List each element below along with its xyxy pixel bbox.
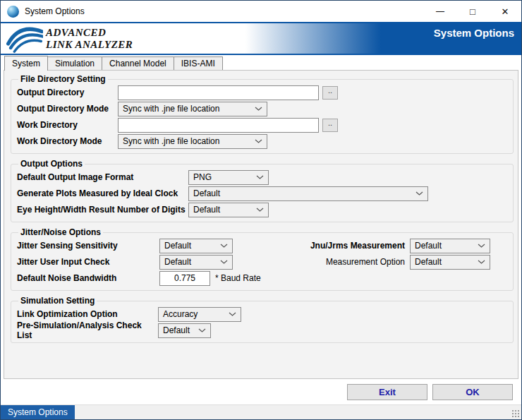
- chevron-down-icon: [251, 208, 268, 212]
- pre-sim-checklist-label: Pre-Simulation/Analysis Check List: [17, 320, 158, 340]
- jnu-jrms-label: Jnu/Jrms Measurement: [274, 241, 410, 251]
- minimize-button[interactable]: —: [424, 1, 456, 22]
- work-directory-mode-row: Work Directory Mode Sync with .jne file …: [17, 133, 507, 149]
- jitter-sensing-select[interactable]: Default: [159, 239, 233, 253]
- image-format-row: Default Output Image Format PNG: [17, 169, 507, 185]
- noise-bandwidth-input[interactable]: [159, 271, 210, 286]
- advanced-link-analyzer-logo: ADVANCED LINK ANALYZER: [6, 24, 133, 54]
- measurement-option-label: Measurement Option: [274, 257, 410, 267]
- output-directory-input[interactable]: [118, 85, 319, 100]
- chevron-down-icon: [473, 260, 490, 264]
- image-format-select[interactable]: PNG: [188, 170, 269, 185]
- file-directory-setting-group: File Directory Setting Output Directory …: [11, 74, 514, 154]
- link-optimization-select[interactable]: Accuracy: [158, 307, 241, 322]
- ideal-clock-plots-select[interactable]: Default: [188, 186, 428, 201]
- group-title: Jitter/Noise Options: [18, 227, 103, 237]
- window-title: System Options: [25, 6, 85, 16]
- chevron-down-icon: [250, 139, 267, 143]
- work-directory-input[interactable]: [118, 118, 319, 133]
- output-directory-mode-select[interactable]: Sync with .jne file location: [118, 102, 267, 116]
- system-tab-page: File Directory Setting Output Directory …: [4, 70, 518, 379]
- output-directory-mode-row: Output Directory Mode Sync with .jne fil…: [17, 101, 507, 116]
- selected-value: Default: [164, 257, 191, 267]
- tab-simulation[interactable]: Simulation: [47, 56, 102, 70]
- window-controls: — □ ✕: [424, 1, 521, 22]
- jitter-noise-options-group: Jitter/Noise Options Jitter Sensing Sens…: [11, 227, 514, 291]
- work-directory-mode-label: Work Directory Mode: [17, 136, 118, 146]
- jitter-user-input-row: Jitter User Input Check Default Measurem…: [17, 254, 507, 270]
- group-title: Simulation Setting: [18, 296, 97, 306]
- selected-value: Sync with .jne file location: [123, 104, 219, 114]
- noise-bandwidth-label: Default Noise Bandwidth: [17, 273, 159, 283]
- selected-value: Default: [193, 205, 220, 215]
- status-label: System Options: [1, 405, 75, 419]
- tab-channel-model[interactable]: Channel Model: [102, 56, 174, 70]
- ideal-clock-plots-row: Generate Plots Measured by Ideal Clock D…: [17, 186, 507, 201]
- chevron-down-icon: [251, 175, 268, 179]
- logo-line1: ADVANCED: [46, 27, 133, 38]
- work-directory-mode-select[interactable]: Sync with .jne file location: [118, 134, 267, 149]
- work-directory-label: Work Directory: [17, 120, 118, 130]
- output-directory-mode-label: Output Directory Mode: [17, 104, 118, 114]
- group-title: File Directory Setting: [18, 74, 108, 84]
- link-optimization-label: Link Optimization Option: [17, 309, 158, 319]
- exit-button[interactable]: Exit: [347, 384, 427, 400]
- header-banner: ADVANCED LINK ANALYZER System Options: [1, 22, 521, 55]
- tab-system[interactable]: System: [4, 56, 48, 71]
- maximize-button[interactable]: □: [456, 1, 489, 22]
- jitter-user-input-label: Jitter User Input Check: [17, 257, 159, 267]
- measurement-option-pair: Measurement Option Default: [274, 255, 490, 270]
- noise-bandwidth-row: Default Noise Bandwidth * Baud Rate: [17, 270, 507, 286]
- selected-value: Sync with .jne file location: [123, 136, 219, 146]
- pre-sim-checklist-row: Pre-Simulation/Analysis Check List Defau…: [17, 323, 507, 338]
- output-options-group: Output Options Default Output Image Form…: [11, 159, 514, 222]
- jitter-sensing-row: Jitter Sensing Sensitivity Default Jnu/J…: [17, 238, 507, 253]
- group-title: Output Options: [18, 159, 85, 169]
- jitter-user-input-select[interactable]: Default: [159, 255, 233, 270]
- eye-digits-row: Eye Height/Width Result Number of Digits…: [17, 202, 507, 217]
- work-directory-browse-button[interactable]: ..: [322, 119, 338, 132]
- selected-value: Default: [193, 188, 220, 198]
- footer: Exit OK: [1, 379, 521, 404]
- jnu-jrms-pair: Jnu/Jrms Measurement Default: [274, 239, 490, 253]
- measurement-option-select[interactable]: Default: [410, 255, 490, 270]
- ideal-clock-plots-label: Generate Plots Measured by Ideal Clock: [17, 188, 188, 198]
- chevron-down-icon: [215, 260, 232, 264]
- system-options-window: System Options — □ ✕ ADVANCED LINK ANALY…: [0, 0, 522, 420]
- chevron-down-icon: [250, 107, 267, 111]
- chevron-down-icon: [215, 244, 232, 248]
- selected-value: Default: [164, 241, 191, 251]
- logo-swoosh-icon: [6, 24, 43, 54]
- logo-line2: LINK ANALYZER: [46, 39, 133, 50]
- eye-digits-label: Eye Height/Width Result Number of Digits: [17, 205, 188, 215]
- selected-value: Default: [163, 325, 190, 335]
- jnu-jrms-select[interactable]: Default: [410, 239, 490, 253]
- banner-title: System Options: [434, 27, 514, 39]
- output-directory-label: Output Directory: [17, 88, 118, 97]
- resize-grip-icon[interactable]: [512, 410, 520, 418]
- close-button[interactable]: ✕: [489, 1, 521, 22]
- tab-ibis-ami[interactable]: IBIS-AMI: [174, 56, 223, 70]
- jitter-sensing-label: Jitter Sensing Sensitivity: [17, 241, 159, 251]
- baud-rate-suffix: * Baud Rate: [215, 273, 261, 283]
- selected-value: PNG: [193, 172, 212, 182]
- chevron-down-icon: [193, 328, 210, 332]
- simulation-setting-group: Simulation Setting Link Optimization Opt…: [11, 296, 514, 343]
- chevron-down-icon: [411, 191, 427, 196]
- work-directory-row: Work Directory ..: [17, 117, 507, 133]
- logo-text: ADVANCED LINK ANALYZER: [46, 27, 133, 49]
- app-icon: [7, 6, 19, 18]
- title-bar: System Options — □ ✕: [1, 1, 521, 22]
- eye-digits-select[interactable]: Default: [188, 203, 269, 217]
- status-bar: System Options: [1, 404, 521, 419]
- chevron-down-icon: [224, 312, 241, 316]
- link-optimization-row: Link Optimization Option Accuracy: [17, 306, 507, 322]
- tab-strip: System Simulation Channel Model IBIS-AMI: [1, 55, 521, 70]
- image-format-label: Default Output Image Format: [17, 172, 188, 182]
- ok-button[interactable]: OK: [432, 384, 513, 400]
- pre-sim-checklist-select[interactable]: Default: [158, 323, 211, 338]
- output-directory-browse-button[interactable]: ..: [322, 86, 338, 100]
- selected-value: Default: [415, 241, 442, 251]
- output-directory-row: Output Directory ..: [17, 85, 507, 100]
- chevron-down-icon: [473, 244, 490, 248]
